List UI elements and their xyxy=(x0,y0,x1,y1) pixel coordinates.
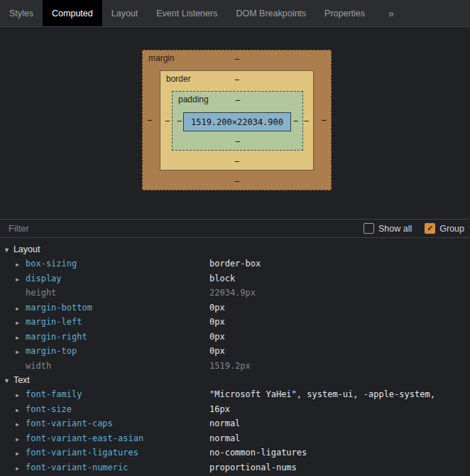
group-header-text[interactable]: Text xyxy=(0,373,470,387)
property-row-height[interactable]: height 22034.9px xyxy=(0,286,470,301)
property-name: font-variant-numeric xyxy=(26,463,129,472)
more-tabs-icon[interactable]: » xyxy=(383,0,400,26)
property-row-display[interactable]: display block xyxy=(0,271,470,286)
expand-arrow-icon[interactable] xyxy=(16,404,26,414)
property-value: "Microsoft YaHei", system-ui, -apple-sys… xyxy=(209,389,435,399)
expand-arrow-icon[interactable] xyxy=(16,303,26,313)
box-model-padding[interactable]: padding − − − − 1519.200×22034.900 xyxy=(172,91,303,151)
property-row-margin-right[interactable]: margin-right 0px xyxy=(0,330,470,345)
property-name: display xyxy=(26,274,62,283)
tab-styles[interactable]: Styles xyxy=(0,0,43,26)
property-name: font-variant-east-asian xyxy=(26,433,143,443)
property-row-font-family[interactable]: font-family "Microsoft YaHei", system-ui… xyxy=(0,387,470,402)
tab-properties[interactable]: Properties xyxy=(315,0,374,26)
property-name: font-size xyxy=(26,404,72,414)
property-name: margin-top xyxy=(26,346,77,356)
property-value: 16px xyxy=(209,404,230,414)
property-row-width[interactable]: width 1519.2px xyxy=(0,359,470,374)
margin-label: margin xyxy=(148,53,175,63)
property-row-font-variant-ligatures[interactable]: font-variant-ligatures no-common-ligatur… xyxy=(0,445,470,460)
property-name: height xyxy=(26,288,56,298)
property-name: font-variant-ligatures xyxy=(26,448,138,458)
padding-bottom-value[interactable]: − xyxy=(235,137,240,146)
show-all-label: Show all xyxy=(378,224,412,234)
padding-right-value[interactable]: − xyxy=(293,117,298,125)
property-name: margin-right xyxy=(26,332,87,342)
property-row-font-variant-east-asian[interactable]: font-variant-east-asian normal xyxy=(0,431,470,446)
box-model-border[interactable]: border − − − − padding − − − − 1519.200×… xyxy=(160,70,314,171)
expand-arrow-icon[interactable] xyxy=(16,332,26,342)
expand-arrow-icon[interactable] xyxy=(16,389,26,399)
property-name: font-variant-caps xyxy=(26,418,113,428)
property-value: 0px xyxy=(209,346,225,356)
property-value: border-box xyxy=(209,259,261,269)
group-checkbox[interactable]: Group xyxy=(425,223,464,234)
border-label: border xyxy=(166,74,191,84)
expand-arrow-icon[interactable] xyxy=(16,463,26,472)
expand-arrow-icon[interactable] xyxy=(16,259,26,269)
border-left-value[interactable]: − xyxy=(165,117,170,125)
padding-left-value[interactable]: − xyxy=(177,117,182,125)
margin-bottom-value[interactable]: − xyxy=(234,177,239,185)
show-all-checkbox-box[interactable] xyxy=(364,223,374,234)
box-model-content[interactable]: 1519.200×22034.900 xyxy=(183,112,291,131)
tab-computed[interactable]: Computed xyxy=(43,0,102,26)
property-value: no-common-ligatures xyxy=(209,448,307,458)
padding-label: padding xyxy=(178,94,209,104)
property-row-font-size[interactable]: font-size 16px xyxy=(0,402,470,417)
property-value: 22034.9px xyxy=(209,288,256,298)
computed-properties-list: Layout box-sizing border-box display blo… xyxy=(0,238,470,475)
show-all-checkbox[interactable]: Show all xyxy=(364,223,412,234)
filter-options: Show all Group xyxy=(364,223,464,234)
tab-dom-breakpoints[interactable]: DOM Breakpoints xyxy=(226,0,315,26)
property-value: 0px xyxy=(209,317,225,327)
group-label: Text xyxy=(13,375,30,385)
collapse-triangle-icon[interactable] xyxy=(4,244,10,254)
border-top-value[interactable]: − xyxy=(234,75,239,84)
property-name: font-family xyxy=(26,389,82,399)
property-value: 0px xyxy=(209,332,225,342)
expand-arrow-icon[interactable] xyxy=(16,274,26,283)
property-row-box-sizing[interactable]: box-sizing border-box xyxy=(0,256,470,271)
tab-layout[interactable]: Layout xyxy=(102,0,148,26)
expand-arrow-icon[interactable] xyxy=(16,433,26,443)
property-value: normal xyxy=(209,418,240,428)
box-model-diagram: margin − − − − border − − − − padding − … xyxy=(0,27,470,219)
property-row-font-variant-numeric[interactable]: font-variant-numeric proportional-nums xyxy=(0,460,470,475)
filter-toolbar: Show all Group xyxy=(0,219,470,238)
property-value: 0px xyxy=(209,303,225,313)
border-bottom-value[interactable]: − xyxy=(234,157,239,166)
property-row-margin-bottom[interactable]: margin-bottom 0px xyxy=(0,301,470,315)
property-value: block xyxy=(209,274,235,283)
property-name: width xyxy=(26,361,51,371)
expand-arrow-icon[interactable] xyxy=(16,418,26,428)
property-row-margin-top[interactable]: margin-top 0px xyxy=(0,344,470,359)
group-label: Group xyxy=(439,224,464,234)
margin-right-value[interactable]: − xyxy=(322,116,327,124)
property-row-font-variant-caps[interactable]: font-variant-caps normal xyxy=(0,416,470,431)
tab-event-listeners[interactable]: Event Listeners xyxy=(147,0,226,26)
collapse-triangle-icon[interactable] xyxy=(4,375,10,385)
group-checkbox-box[interactable] xyxy=(425,223,435,234)
property-name: box-sizing xyxy=(26,259,77,269)
property-name: margin-left xyxy=(26,317,82,327)
content-size-value: 1519.200×22034.900 xyxy=(191,117,283,127)
group-header-layout[interactable]: Layout xyxy=(0,242,470,256)
expand-arrow-icon[interactable] xyxy=(16,448,26,458)
expand-arrow-icon[interactable] xyxy=(16,346,26,356)
border-right-value[interactable]: − xyxy=(304,117,309,125)
margin-left-value[interactable]: − xyxy=(147,116,152,124)
property-name: margin-bottom xyxy=(26,303,92,313)
devtools-computed-panel: { "tabs": [ { "label": "Styles", "active… xyxy=(0,0,470,476)
padding-top-value[interactable]: − xyxy=(235,96,240,104)
expand-arrow-icon[interactable] xyxy=(16,317,26,327)
devtools-tabbar: Styles Computed Layout Event Listeners D… xyxy=(0,0,470,27)
margin-top-value[interactable]: − xyxy=(234,55,239,63)
property-value: proportional-nums xyxy=(209,463,297,472)
property-value: 1519.2px xyxy=(209,361,251,371)
property-row-margin-left[interactable]: margin-left 0px xyxy=(0,315,470,330)
filter-input[interactable] xyxy=(9,223,165,234)
group-label: Layout xyxy=(13,244,40,254)
box-model-margin[interactable]: margin − − − − border − − − − padding − … xyxy=(142,50,332,190)
property-value: normal xyxy=(209,433,240,443)
